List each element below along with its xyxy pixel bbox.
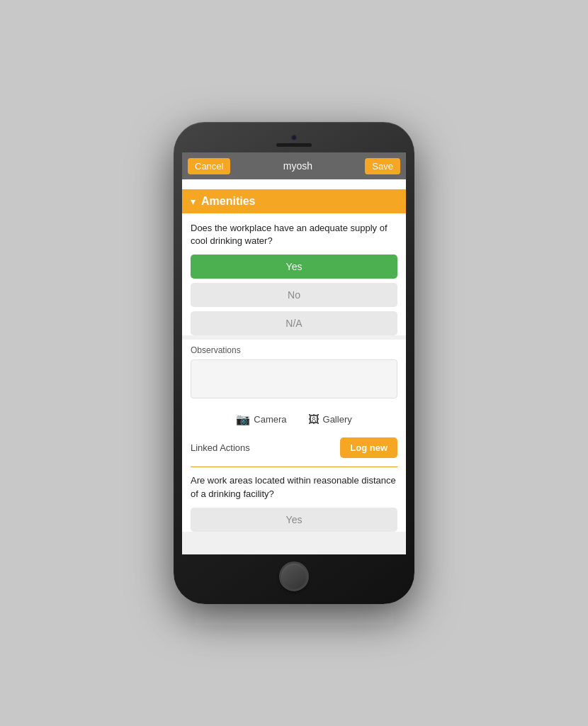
cancel-button[interactable]: Cancel <box>188 158 230 174</box>
log-new-button[interactable]: Log new <box>340 437 397 458</box>
question-1-text: Does the workplace have an adequate supp… <box>191 222 397 247</box>
linked-actions-block: Linked Actions Log new <box>182 432 406 467</box>
scene: Cancel myosh Save ▾ Amenities Does the w… <box>0 0 588 726</box>
observations-block: Observations <box>182 340 406 407</box>
gallery-button[interactable]: 🖼 Gallery <box>308 413 352 426</box>
screen-content: ▾ Amenities Does the workplace have an a… <box>182 179 406 554</box>
observations-input[interactable] <box>191 359 397 398</box>
camera-button[interactable]: 📷 Camera <box>236 413 286 426</box>
phone-top-bar <box>182 130 406 152</box>
gallery-icon: 🖼 <box>308 413 320 426</box>
white-spacer <box>182 179 406 189</box>
phone-speaker <box>276 143 312 147</box>
question-2-text: Are work areas located within reasonable… <box>191 474 397 500</box>
question-1-block: Does the workplace have an adequate supp… <box>182 213 406 335</box>
answer-na-button[interactable]: N/A <box>191 311 397 335</box>
section-title: Amenities <box>201 195 255 208</box>
phone-screen: Cancel myosh Save ▾ Amenities Does the w… <box>182 152 406 554</box>
chevron-down-icon: ▾ <box>191 196 196 207</box>
nav-title: myosh <box>230 160 365 172</box>
section-header[interactable]: ▾ Amenities <box>182 189 406 213</box>
answer-2-yes-button[interactable]: Yes <box>191 508 397 532</box>
camera-label: Camera <box>254 414 286 425</box>
camera-icon: 📷 <box>236 413 250 426</box>
media-row: 📷 Camera 🖼 Gallery <box>182 407 406 432</box>
phone-device: Cancel myosh Save ▾ Amenities Does the w… <box>174 122 414 604</box>
save-button[interactable]: Save <box>365 158 400 174</box>
phone-bottom <box>182 554 406 596</box>
question-2-block: Are work areas located within reasonable… <box>182 467 406 531</box>
nav-bar: Cancel myosh Save <box>182 152 406 179</box>
phone-reflection <box>195 604 393 625</box>
phone-camera <box>291 135 297 140</box>
home-button[interactable] <box>279 562 309 591</box>
observations-label: Observations <box>191 345 397 355</box>
linked-actions-label: Linked Actions <box>191 442 250 453</box>
gallery-label: Gallery <box>323 414 352 425</box>
answer-no-button[interactable]: No <box>191 283 397 307</box>
answer-yes-button[interactable]: Yes <box>191 255 397 279</box>
